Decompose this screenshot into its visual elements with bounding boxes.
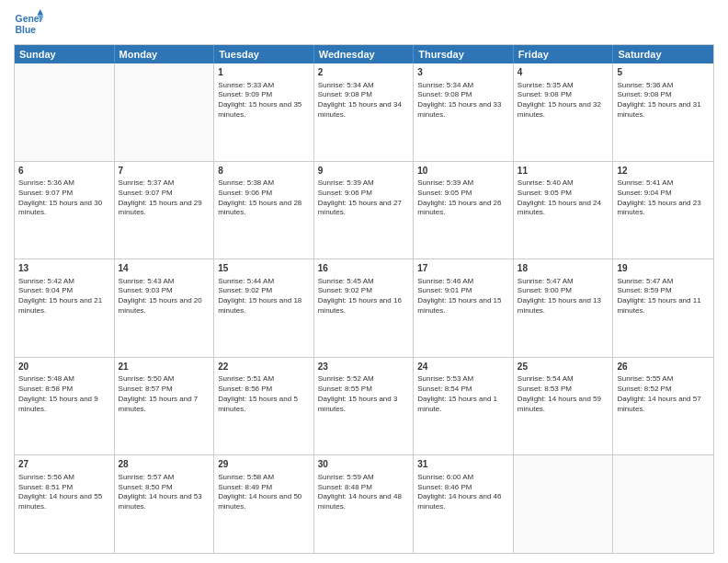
calendar-cell-30: 30Sunrise: 5:59 AM Sunset: 8:48 PM Dayli… <box>314 455 415 553</box>
calendar-cell-5: 5Sunrise: 5:36 AM Sunset: 9:08 PM Daylig… <box>613 63 713 161</box>
day-number: 30 <box>318 458 410 471</box>
calendar-cell-26: 26Sunrise: 5:55 AM Sunset: 8:52 PM Dayli… <box>613 358 713 455</box>
cell-details: Sunrise: 5:46 AM Sunset: 9:01 PM Dayligh… <box>417 277 509 316</box>
cell-details: Sunrise: 5:50 AM Sunset: 8:57 PM Dayligh… <box>119 374 210 414</box>
calendar-cell-25: 25Sunrise: 5:54 AM Sunset: 8:53 PM Dayli… <box>514 358 614 455</box>
day-number: 18 <box>518 262 609 275</box>
calendar-cell-empty-4-5 <box>514 455 614 553</box>
calendar-cell-11: 11Sunrise: 5:40 AM Sunset: 9:05 PM Dayli… <box>514 162 614 259</box>
day-number: 27 <box>18 458 110 471</box>
cell-details: Sunrise: 5:57 AM Sunset: 8:50 PM Dayligh… <box>119 473 210 512</box>
cell-details: Sunrise: 5:40 AM Sunset: 9:05 PM Dayligh… <box>518 178 609 218</box>
cell-details: Sunrise: 5:37 AM Sunset: 9:07 PM Dayligh… <box>119 178 210 218</box>
calendar-cell-18: 18Sunrise: 5:47 AM Sunset: 9:00 PM Dayli… <box>514 259 614 357</box>
day-number: 29 <box>218 458 310 471</box>
day-number: 7 <box>119 165 210 178</box>
cell-details: Sunrise: 5:42 AM Sunset: 9:04 PM Dayligh… <box>18 277 110 316</box>
cell-details: Sunrise: 5:55 AM Sunset: 8:52 PM Dayligh… <box>617 374 710 414</box>
day-number: 10 <box>417 165 509 178</box>
day-number: 23 <box>318 361 410 373</box>
calendar-cell-3: 3Sunrise: 5:34 AM Sunset: 9:08 PM Daylig… <box>414 63 514 161</box>
calendar: SundayMondayTuesdayWednesdayThursdayFrid… <box>14 44 714 554</box>
svg-text:Blue: Blue <box>16 25 37 35</box>
cell-details: Sunrise: 5:53 AM Sunset: 8:54 PM Dayligh… <box>417 374 509 414</box>
calendar-cell-6: 6Sunrise: 5:36 AM Sunset: 9:07 PM Daylig… <box>15 162 115 259</box>
cell-details: Sunrise: 5:52 AM Sunset: 8:55 PM Dayligh… <box>318 374 410 414</box>
calendar-row-4: 27Sunrise: 5:56 AM Sunset: 8:51 PM Dayli… <box>15 455 713 553</box>
calendar-row-0: 1Sunrise: 5:33 AM Sunset: 9:09 PM Daylig… <box>15 63 713 162</box>
cell-details: Sunrise: 5:56 AM Sunset: 8:51 PM Dayligh… <box>18 473 110 512</box>
cell-details: Sunrise: 5:34 AM Sunset: 9:08 PM Dayligh… <box>417 81 509 121</box>
day-number: 15 <box>218 262 310 275</box>
page: General Blue SundayMondayTuesdayWednesda… <box>0 0 728 563</box>
cell-details: Sunrise: 5:45 AM Sunset: 9:02 PM Dayligh… <box>318 277 410 316</box>
calendar-cell-2: 2Sunrise: 5:34 AM Sunset: 9:08 PM Daylig… <box>314 63 415 161</box>
logo: General Blue <box>14 9 43 39</box>
calendar-cell-12: 12Sunrise: 5:41 AM Sunset: 9:04 PM Dayli… <box>613 162 713 259</box>
calendar-cell-4: 4Sunrise: 5:35 AM Sunset: 9:08 PM Daylig… <box>514 63 614 161</box>
calendar-cell-10: 10Sunrise: 5:39 AM Sunset: 9:05 PM Dayli… <box>414 162 514 259</box>
cell-details: Sunrise: 5:44 AM Sunset: 9:02 PM Dayligh… <box>218 277 310 316</box>
calendar-row-2: 13Sunrise: 5:42 AM Sunset: 9:04 PM Dayli… <box>15 259 713 358</box>
weekday-header-saturday: Saturday <box>613 45 713 63</box>
day-number: 19 <box>617 262 710 275</box>
cell-details: Sunrise: 5:39 AM Sunset: 9:06 PM Dayligh… <box>318 178 410 218</box>
calendar-cell-15: 15Sunrise: 5:44 AM Sunset: 9:02 PM Dayli… <box>214 259 314 357</box>
calendar-cell-empty-0-1 <box>115 63 215 161</box>
cell-details: Sunrise: 5:43 AM Sunset: 9:03 PM Dayligh… <box>119 277 210 316</box>
svg-marker-2 <box>38 9 43 15</box>
calendar-header: SundayMondayTuesdayWednesdayThursdayFrid… <box>15 45 713 63</box>
calendar-cell-1: 1Sunrise: 5:33 AM Sunset: 9:09 PM Daylig… <box>214 63 314 161</box>
day-number: 26 <box>617 361 710 373</box>
cell-details: Sunrise: 5:34 AM Sunset: 9:08 PM Dayligh… <box>318 81 410 121</box>
weekday-header-wednesday: Wednesday <box>314 45 415 63</box>
calendar-row-3: 20Sunrise: 5:48 AM Sunset: 8:58 PM Dayli… <box>15 358 713 456</box>
calendar-cell-13: 13Sunrise: 5:42 AM Sunset: 9:04 PM Dayli… <box>15 259 115 357</box>
calendar-cell-20: 20Sunrise: 5:48 AM Sunset: 8:58 PM Dayli… <box>15 358 115 455</box>
calendar-cell-8: 8Sunrise: 5:38 AM Sunset: 9:06 PM Daylig… <box>214 162 314 259</box>
logo-icon: General Blue <box>14 9 43 39</box>
cell-details: Sunrise: 5:51 AM Sunset: 8:56 PM Dayligh… <box>218 374 310 414</box>
cell-details: Sunrise: 5:54 AM Sunset: 8:53 PM Dayligh… <box>518 374 609 414</box>
weekday-header-thursday: Thursday <box>414 45 514 63</box>
calendar-cell-23: 23Sunrise: 5:52 AM Sunset: 8:55 PM Dayli… <box>314 358 415 455</box>
weekday-header-monday: Monday <box>115 45 215 63</box>
calendar-cell-28: 28Sunrise: 5:57 AM Sunset: 8:50 PM Dayli… <box>115 455 215 553</box>
day-number: 20 <box>18 361 110 373</box>
day-number: 5 <box>617 66 710 79</box>
calendar-row-1: 6Sunrise: 5:36 AM Sunset: 9:07 PM Daylig… <box>15 162 713 260</box>
day-number: 4 <box>518 66 609 79</box>
day-number: 9 <box>318 165 410 178</box>
day-number: 14 <box>119 262 210 275</box>
calendar-cell-27: 27Sunrise: 5:56 AM Sunset: 8:51 PM Dayli… <box>15 455 115 553</box>
cell-details: Sunrise: 5:38 AM Sunset: 9:06 PM Dayligh… <box>218 178 310 218</box>
cell-details: Sunrise: 5:59 AM Sunset: 8:48 PM Dayligh… <box>318 473 410 512</box>
calendar-cell-31: 31Sunrise: 6:00 AM Sunset: 8:46 PM Dayli… <box>414 455 514 553</box>
calendar-cell-16: 16Sunrise: 5:45 AM Sunset: 9:02 PM Dayli… <box>314 259 415 357</box>
calendar-cell-21: 21Sunrise: 5:50 AM Sunset: 8:57 PM Dayli… <box>115 358 215 455</box>
day-number: 8 <box>218 165 310 178</box>
day-number: 2 <box>318 66 410 79</box>
day-number: 28 <box>119 458 210 471</box>
cell-details: Sunrise: 5:47 AM Sunset: 9:00 PM Dayligh… <box>518 277 609 316</box>
weekday-header-tuesday: Tuesday <box>214 45 314 63</box>
calendar-body: 1Sunrise: 5:33 AM Sunset: 9:09 PM Daylig… <box>15 63 713 553</box>
day-number: 24 <box>417 361 509 373</box>
cell-details: Sunrise: 5:41 AM Sunset: 9:04 PM Dayligh… <box>617 178 710 218</box>
calendar-cell-9: 9Sunrise: 5:39 AM Sunset: 9:06 PM Daylig… <box>314 162 415 259</box>
day-number: 21 <box>119 361 210 373</box>
cell-details: Sunrise: 6:00 AM Sunset: 8:46 PM Dayligh… <box>417 473 509 512</box>
cell-details: Sunrise: 5:36 AM Sunset: 9:07 PM Dayligh… <box>18 178 110 218</box>
cell-details: Sunrise: 5:36 AM Sunset: 9:08 PM Dayligh… <box>617 81 710 121</box>
calendar-cell-14: 14Sunrise: 5:43 AM Sunset: 9:03 PM Dayli… <box>115 259 215 357</box>
weekday-header-friday: Friday <box>514 45 614 63</box>
calendar-cell-24: 24Sunrise: 5:53 AM Sunset: 8:54 PM Dayli… <box>414 358 514 455</box>
calendar-cell-22: 22Sunrise: 5:51 AM Sunset: 8:56 PM Dayli… <box>214 358 314 455</box>
cell-details: Sunrise: 5:48 AM Sunset: 8:58 PM Dayligh… <box>18 374 110 414</box>
day-number: 31 <box>417 458 509 471</box>
cell-details: Sunrise: 5:35 AM Sunset: 9:08 PM Dayligh… <box>518 81 609 121</box>
calendar-cell-empty-0-0 <box>15 63 115 161</box>
cell-details: Sunrise: 5:39 AM Sunset: 9:05 PM Dayligh… <box>417 178 509 218</box>
day-number: 16 <box>318 262 410 275</box>
day-number: 25 <box>518 361 609 373</box>
